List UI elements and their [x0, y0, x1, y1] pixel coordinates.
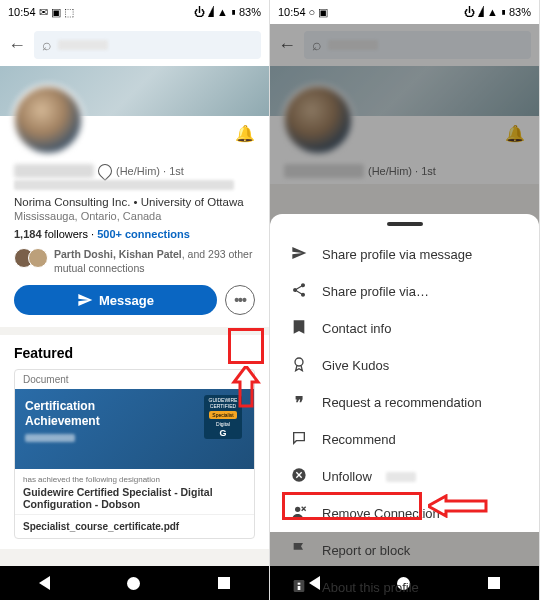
android-nav	[0, 566, 269, 600]
svg-rect-5	[298, 586, 301, 590]
featured-section: Featured Document CertificationAchieveme…	[0, 335, 269, 549]
featured-document[interactable]: Document CertificationAchievement GUIDEW…	[14, 369, 255, 539]
menu-remove-connection[interactable]: Remove Connection	[270, 495, 539, 532]
more-button[interactable]: •••	[225, 285, 255, 315]
verified-icon	[95, 161, 115, 181]
top-bar: ← ⌕	[0, 24, 269, 66]
sheet-handle[interactable]	[387, 222, 423, 226]
menu-about-profile[interactable]: About this profile	[270, 569, 539, 600]
flag-icon	[290, 541, 308, 560]
menu-report-block[interactable]: Report or block	[270, 532, 539, 569]
right-screenshot: 10:54 ○ ▣ ⏻ ◢ ▲ ▮ 83% ← ⌕ 🔔 (He/Him) · 1…	[270, 0, 540, 600]
chat-icon	[290, 430, 308, 449]
profile-name	[14, 164, 94, 178]
send-icon	[290, 245, 308, 264]
menu-share-via[interactable]: Share profile via…	[270, 273, 539, 310]
share-icon	[290, 282, 308, 301]
bell-icon[interactable]: 🔔	[235, 124, 255, 143]
nav-home-icon[interactable]	[127, 577, 140, 590]
location: Mississauga, Ontario, Canada	[14, 210, 255, 222]
award-icon	[290, 356, 308, 375]
info-icon	[290, 578, 308, 597]
mutual-connections[interactable]: Parth Doshi, Kishan Patel, and 293 other…	[14, 248, 255, 275]
company-line: Norima Consulting Inc. • University of O…	[14, 196, 255, 208]
menu-contact-info[interactable]: Contact info	[270, 310, 539, 347]
x-circle-icon	[290, 467, 308, 486]
person-remove-icon	[290, 504, 308, 523]
quote-icon: ❞	[290, 393, 308, 412]
bookmark-icon	[290, 319, 308, 338]
cert-badge: GUIDEWIRE CERTIFIED Specialist Digital G	[204, 395, 242, 439]
nav-recent-icon[interactable]	[218, 577, 230, 589]
avatar[interactable]	[12, 84, 84, 156]
svg-point-0	[295, 358, 303, 366]
message-button[interactable]: Message	[14, 285, 217, 315]
svg-point-2	[295, 507, 300, 512]
bottom-sheet: Share profile via message Share profile …	[270, 214, 539, 532]
menu-unfollow[interactable]: Unfollow	[270, 458, 539, 495]
svg-rect-4	[298, 583, 301, 585]
status-bar: 10:54 ○ ▣ ⏻ ◢ ▲ ▮ 83%	[270, 0, 539, 24]
search-input[interactable]: ⌕	[34, 31, 261, 59]
followers-line[interactable]: 1,184 followers · 500+ connections	[14, 228, 255, 240]
menu-recommend[interactable]: Recommend	[270, 421, 539, 458]
nav-back-icon[interactable]	[39, 576, 50, 590]
menu-give-kudos[interactable]: Give Kudos	[270, 347, 539, 384]
menu-share-message[interactable]: Share profile via message	[270, 236, 539, 273]
back-icon[interactable]: ←	[8, 35, 26, 56]
left-screenshot: 10:54 ✉ ▣ ⬚ ⏻ ◢ ▲ ▮ 83% ← ⌕ 🔔 (He/Him) ·…	[0, 0, 270, 600]
status-bar: 10:54 ✉ ▣ ⬚ ⏻ ◢ ▲ ▮ 83%	[0, 0, 269, 24]
menu-request-rec[interactable]: ❞Request a recommendation	[270, 384, 539, 421]
send-icon	[77, 292, 93, 308]
featured-heading: Featured	[14, 345, 255, 361]
search-icon: ⌕	[42, 36, 52, 54]
